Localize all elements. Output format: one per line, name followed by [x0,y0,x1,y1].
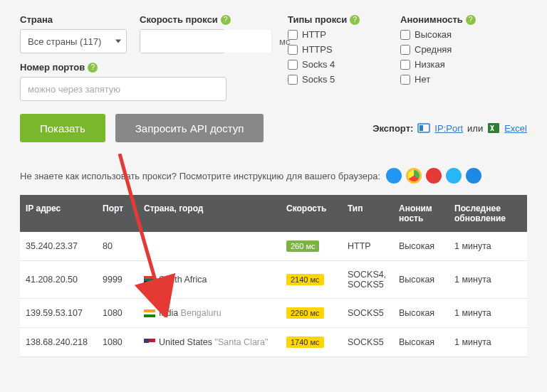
api-button[interactable]: Запросить API доступ [115,114,264,142]
export-label: Экспорт: [373,123,413,134]
ipport-icon [417,122,430,134]
firefox-icon[interactable] [386,168,402,184]
svg-rect-2 [488,123,499,133]
cell-ip: 139.59.53.107 [20,300,97,327]
table-row: 138.68.240.2181080United States "Santa C… [20,328,527,357]
cell-update: 1 минута [449,300,523,327]
help-icon: ? [466,15,476,25]
speed-input[interactable] [140,30,271,53]
cell-anon: Высокая [393,300,449,327]
cell-port: 1080 [97,329,138,356]
cell-speed: 1740 мс [281,328,342,356]
cell-anon: Высокая [393,233,449,260]
show-button[interactable]: Показать [20,114,105,142]
anon-label: Анонимность ? [400,14,493,25]
th-type[interactable]: Тип [342,195,393,232]
cell-port: 9999 [97,266,138,293]
table-row: 139.59.53.1071080India Bengaluru2260 мсS… [20,299,527,328]
type-socks5-checkbox[interactable] [288,75,298,85]
instruction-text: Не знаете как использовать прокси? Посмо… [20,171,380,181]
help-icon: ? [350,15,360,25]
th-update[interactable]: Последнее обновление [449,195,523,232]
cell-ip: 41.208.20.50 [20,266,97,293]
types-label: Типы прокси ? [288,14,387,25]
ie-icon[interactable] [466,168,481,184]
speed-label: Скорость прокси ? [140,14,232,25]
th-ip[interactable]: IP адрес [20,195,97,232]
anon-low-checkbox[interactable] [400,60,410,70]
cell-port: 80 [97,233,138,260]
excel-icon [487,122,500,134]
cell-anon: Высокая [393,329,449,356]
cell-ip: 35.240.23.37 [20,233,97,260]
type-socks4-checkbox[interactable] [288,60,298,70]
help-icon: ? [88,63,98,73]
cell-anon: Высокая [393,266,449,293]
cell-update: 1 минута [449,329,523,356]
cell-update: 1 минута [449,233,523,260]
chrome-icon[interactable] [406,168,422,184]
anon-no-checkbox[interactable] [400,75,410,85]
chevron-down-icon [115,40,121,43]
opera-icon[interactable] [426,168,442,184]
flag-icon [144,309,155,317]
anon-mid-checkbox[interactable] [400,45,410,55]
cell-country: South Africa [138,266,281,293]
cell-ip: 138.68.240.218 [20,329,97,356]
cell-type: SOCKS5 [342,300,393,327]
cell-type: SOCKS5 [342,329,393,356]
flag-icon [144,339,155,346]
th-port[interactable]: Порт [97,195,138,232]
svg-rect-1 [420,125,423,131]
help-icon: ? [221,15,231,25]
export-excel-link[interactable]: Excel [504,123,527,134]
export-ipport-link[interactable]: IP:Port [434,123,463,134]
th-country[interactable]: Страна, город [138,195,281,232]
type-http-checkbox[interactable] [288,30,298,40]
cell-country: United States "Santa Clara" [138,329,281,356]
proxy-table: IP адрес Порт Страна, город Скорость Тип… [20,195,527,357]
cell-update: 1 минута [449,266,523,293]
table-row: 35.240.23.3780260 мсHTTPВысокая1 минута [20,232,527,261]
type-https-checkbox[interactable] [288,45,298,55]
country-label: Страна [20,14,127,25]
th-speed[interactable]: Скорость [281,195,342,232]
cell-speed: 260 мс [281,232,342,260]
cell-country [138,238,281,255]
safari-icon[interactable] [446,168,462,184]
cell-speed: 2140 мс [281,265,342,294]
export-or: или [467,123,483,134]
cell-port: 1080 [97,300,138,327]
flag-icon [144,276,155,284]
ports-label: Номер портов ? [20,62,127,73]
cell-type: SOCKS4, SOCKS5 [342,261,393,298]
cell-type: HTTP [342,233,393,260]
table-row: 41.208.20.509999South Africa2140 мсSOCKS… [20,261,527,299]
cell-country: India Bengaluru [138,300,281,327]
cell-speed: 2260 мс [281,299,342,327]
anon-high-checkbox[interactable] [400,30,410,40]
country-select[interactable]: Все страны (117) [20,29,127,53]
th-anon[interactable]: Аноним ность [393,195,449,232]
